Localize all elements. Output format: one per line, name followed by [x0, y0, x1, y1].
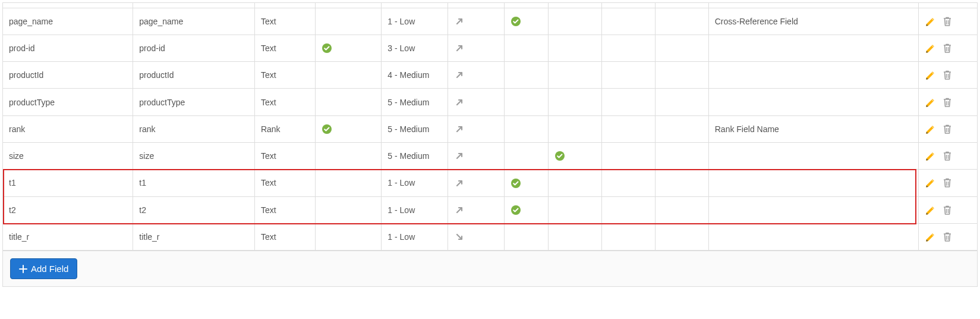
field-label-cell: rank [133, 115, 255, 142]
field-name-cell: t2 [3, 196, 133, 223]
edit-icon[interactable] [925, 150, 937, 162]
flag-cell-10 [655, 170, 708, 196]
arrow-up-right-icon[interactable] [454, 124, 465, 135]
fields-table-container: page_namepage_nameText1 - LowCross-Refer… [2, 2, 978, 287]
flag-cell-9 [601, 8, 655, 35]
plus-icon [19, 265, 27, 273]
trash-icon[interactable] [941, 123, 953, 135]
note-cell: Rank Field Name [708, 115, 918, 142]
flag-cell-4 [316, 115, 382, 142]
priority-cell: 1 - Low [382, 8, 448, 35]
flag-cell-10 [655, 62, 708, 89]
field-name-cell: productId [3, 62, 133, 89]
direction-cell [448, 8, 504, 35]
flag-cell-8 [548, 89, 601, 115]
arrow-up-right-icon[interactable] [454, 70, 465, 80]
flag-cell-4 [316, 223, 382, 250]
flag-cell-8 [548, 170, 601, 196]
field-name-cell: productType [3, 89, 133, 115]
note-cell [708, 223, 918, 250]
table-row: rankrankRank5 - MediumRank Field Name [3, 115, 977, 142]
field-type-cell: Text [254, 170, 315, 196]
trash-icon[interactable] [941, 42, 953, 54]
table-row: t2t2Text1 - Low [3, 196, 977, 223]
trash-icon[interactable] [941, 69, 953, 81]
field-type-cell: Text [254, 8, 315, 35]
field-label-cell: productId [133, 62, 255, 89]
flag-cell-4 [316, 170, 382, 196]
actions-cell [918, 196, 977, 223]
arrow-down-right-icon[interactable] [454, 232, 465, 242]
edit-icon[interactable] [925, 123, 937, 135]
arrow-up-right-icon[interactable] [454, 16, 465, 27]
flag-cell-9 [601, 142, 655, 169]
flag-cell-8 [548, 62, 601, 89]
check-icon [322, 43, 332, 54]
direction-cell [448, 170, 504, 196]
edit-icon[interactable] [925, 69, 937, 81]
check-icon [511, 205, 521, 215]
note-cell [708, 170, 918, 196]
direction-cell [448, 62, 504, 89]
note-cell [708, 35, 918, 61]
direction-cell [448, 89, 504, 115]
field-name-cell: t1 [3, 170, 133, 196]
arrow-up-right-icon[interactable] [454, 151, 465, 161]
arrow-up-right-icon[interactable] [454, 178, 465, 189]
field-type-cell: Text [254, 196, 315, 223]
direction-cell [448, 115, 504, 142]
edit-icon[interactable] [925, 177, 937, 189]
flag-cell-10 [655, 8, 708, 35]
field-name-cell: size [3, 142, 133, 169]
flag-cell-7 [504, 142, 548, 169]
table-row: productIdproductIdText4 - Medium [3, 62, 977, 89]
flag-cell-9 [601, 196, 655, 223]
priority-cell: 3 - Low [382, 35, 448, 61]
actions-cell [918, 170, 977, 196]
note-cell [708, 89, 918, 115]
flag-cell-10 [655, 89, 708, 115]
table-row: productTypeproductTypeText5 - Medium [3, 89, 977, 115]
actions-cell [918, 223, 977, 250]
edit-icon[interactable] [925, 231, 937, 243]
flag-cell-4 [316, 8, 382, 35]
priority-cell: 5 - Medium [382, 89, 448, 115]
add-field-button[interactable]: Add Field [10, 258, 77, 279]
flag-cell-9 [601, 35, 655, 61]
table-header-stub [3, 3, 977, 8]
trash-icon[interactable] [941, 231, 953, 243]
direction-cell [448, 35, 504, 61]
trash-icon[interactable] [941, 150, 953, 162]
flag-cell-8 [548, 8, 601, 35]
edit-icon[interactable] [925, 15, 937, 27]
field-label-cell: size [133, 142, 255, 169]
trash-icon[interactable] [941, 15, 953, 27]
priority-cell: 1 - Low [382, 223, 448, 250]
trash-icon[interactable] [941, 177, 953, 189]
edit-icon[interactable] [925, 42, 937, 54]
flag-cell-8 [548, 142, 601, 169]
arrow-up-right-icon[interactable] [454, 43, 465, 54]
edit-icon[interactable] [925, 204, 937, 216]
flag-cell-7 [504, 170, 548, 196]
direction-cell [448, 196, 504, 223]
note-cell [708, 196, 918, 223]
trash-icon[interactable] [941, 204, 953, 216]
field-type-cell: Text [254, 35, 315, 61]
trash-icon[interactable] [941, 96, 953, 108]
note-cell [708, 142, 918, 169]
flag-cell-4 [316, 62, 382, 89]
arrow-up-right-icon[interactable] [454, 97, 465, 108]
edit-icon[interactable] [925, 96, 937, 108]
flag-cell-10 [655, 142, 708, 169]
flag-cell-7 [504, 8, 548, 35]
table-row: t1t1Text1 - Low [3, 170, 977, 196]
field-name-cell: rank [3, 115, 133, 142]
field-name-cell: page_name [3, 8, 133, 35]
table-row: page_namepage_nameText1 - LowCross-Refer… [3, 8, 977, 35]
check-icon [322, 124, 332, 135]
arrow-up-right-icon[interactable] [454, 205, 465, 215]
priority-cell: 4 - Medium [382, 62, 448, 89]
flag-cell-4 [316, 89, 382, 115]
flag-cell-8 [548, 196, 601, 223]
